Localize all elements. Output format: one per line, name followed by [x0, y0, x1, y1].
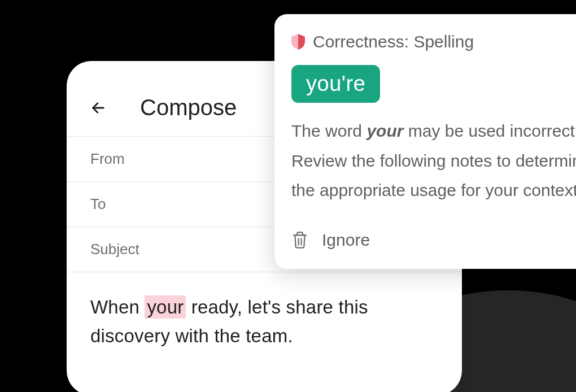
ignore-label: Ignore — [322, 230, 370, 250]
suggestion-desc-before: The word — [291, 121, 366, 140]
suggestion-description: The word your may be used incorrectly. R… — [291, 116, 576, 206]
to-label: To — [90, 195, 106, 212]
suggestion-category: Correctness: Spelling — [313, 32, 474, 51]
body-text-before: When — [90, 297, 145, 317]
suggestion-popup: Correctness: Spelling you're The word yo… — [274, 14, 576, 269]
suggestion-replacement-button[interactable]: you're — [291, 65, 380, 103]
from-label: From — [90, 150, 125, 167]
trash-icon — [291, 231, 308, 249]
suggestion-desc-em: your — [366, 121, 403, 140]
body-input[interactable]: When your ready, let's share this discov… — [67, 272, 462, 361]
shield-icon — [291, 34, 305, 50]
suggestion-header: Correctness: Spelling — [291, 32, 576, 51]
ignore-button[interactable]: Ignore — [291, 230, 576, 250]
subject-label: Subject — [90, 241, 139, 258]
body-text: When your ready, let's share this discov… — [90, 293, 438, 350]
highlighted-word[interactable]: your — [145, 295, 186, 319]
back-arrow-icon[interactable] — [90, 100, 106, 116]
compose-title: Compose — [140, 95, 237, 120]
